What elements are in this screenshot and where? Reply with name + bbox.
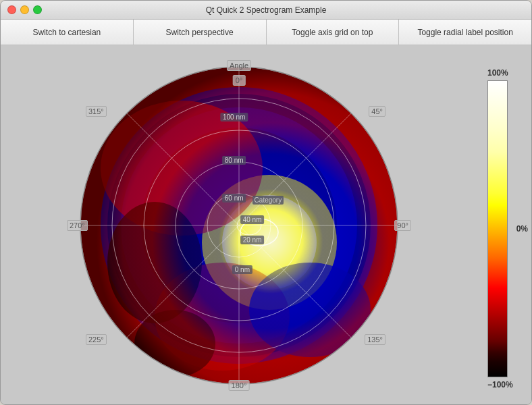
maximize-button[interactable] <box>33 5 42 14</box>
angle-label: Angle <box>227 60 251 71</box>
label-225deg: 225° <box>86 334 107 345</box>
label-315deg: 315° <box>86 106 107 117</box>
legend-label-top: 100% <box>487 68 508 78</box>
angle-value: 0° <box>233 75 246 86</box>
legend-area: 100% 0% −100% <box>471 52 525 399</box>
label-270deg: 270° <box>67 220 88 231</box>
ring-label-60nm: 60 nm <box>222 194 246 202</box>
legend-label-bot: −100% <box>487 380 508 389</box>
window-title: Qt Quick 2 Spectrogram Example <box>206 5 327 15</box>
legend-label-mid: 0% <box>516 224 528 234</box>
close-button[interactable] <box>7 5 16 14</box>
ring-label-20nm: 20 nm <box>240 236 265 244</box>
minimize-button[interactable] <box>20 5 29 14</box>
toggle-radial-label-button[interactable]: Toggle radial label position <box>399 20 531 45</box>
polar-area: Angle 0° 45° 90° 135° 180° 225° 270° 315… <box>7 52 471 399</box>
title-bar: Qt Quick 2 Spectrogram Example <box>1 1 531 20</box>
polar-chart: Angle 0° 45° 90° 135° 180° 225° 270° 315… <box>74 60 404 391</box>
switch-perspective-button[interactable]: Switch perspective <box>134 20 267 45</box>
toggle-axis-grid-button[interactable]: Toggle axis grid on top <box>267 20 400 45</box>
ring-label-0nm: 0 nm <box>232 265 252 274</box>
ring-label-40nm: 40 nm <box>240 215 265 224</box>
main-area: Angle 0° 45° 90° 135° 180° 225° 270° 315… <box>1 45 531 405</box>
label-45deg: 45° <box>369 106 385 117</box>
label-180deg: 180° <box>229 380 250 391</box>
category-label: Category <box>252 196 284 205</box>
ring-label-100nm: 100 nm <box>220 113 248 122</box>
label-135deg: 135° <box>365 334 385 345</box>
toolbar: Switch to cartesian Switch perspective T… <box>1 20 531 45</box>
legend-bar-container: 100% 0% −100% <box>487 80 508 377</box>
switch-cartesian-button[interactable]: Switch to cartesian <box>1 20 134 45</box>
polar-svg <box>74 60 404 391</box>
ring-label-80nm: 80 nm <box>222 156 246 165</box>
label-90deg: 90° <box>394 220 411 231</box>
legend-color-bar <box>487 80 508 377</box>
window-controls[interactable] <box>7 5 42 14</box>
